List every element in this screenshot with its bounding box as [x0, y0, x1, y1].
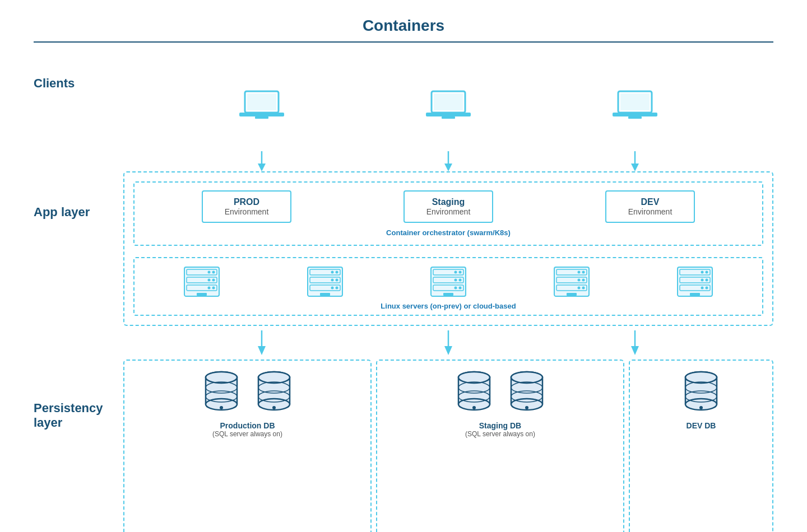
staging-db-row — [454, 370, 546, 414]
arrow-client-2 — [442, 151, 455, 171]
svg-rect-9 — [620, 94, 650, 110]
servers-label: Linux servers (on-prev) or cloud-based — [140, 302, 757, 310]
prod-env-box: PROD Environment — [202, 190, 291, 223]
svg-point-93 — [258, 372, 290, 383]
persistency-label: Persistency layer — [34, 384, 118, 532]
svg-rect-10 — [613, 113, 657, 116]
svg-point-84 — [206, 372, 237, 383]
svg-point-64 — [706, 271, 708, 274]
svg-rect-50 — [443, 293, 453, 296]
clients-label: Clients — [34, 59, 118, 171]
svg-point-65 — [701, 271, 704, 274]
arrows-to-persist — [123, 326, 773, 360]
dev-db-row — [681, 370, 721, 414]
svg-marker-78 — [631, 346, 639, 355]
svg-point-60 — [578, 287, 581, 290]
servers-row — [140, 266, 757, 297]
svg-marker-76 — [444, 346, 452, 355]
arrow-to-dev-db — [628, 330, 642, 355]
arrow-to-staging-db — [442, 330, 455, 355]
svg-rect-39 — [320, 293, 330, 296]
svg-point-31 — [336, 271, 338, 274]
svg-point-26 — [212, 287, 215, 290]
svg-point-46 — [454, 279, 457, 282]
svg-point-32 — [331, 271, 334, 274]
svg-point-24 — [208, 279, 211, 282]
prod-db-icon-1 — [202, 370, 241, 414]
orchestrator-box: PROD Environment Staging Environment DEV… — [133, 181, 763, 246]
svg-point-123 — [699, 406, 703, 409]
svg-point-53 — [582, 271, 585, 274]
svg-rect-5 — [434, 94, 463, 110]
arrow-client-3 — [628, 151, 642, 171]
svg-point-42 — [459, 271, 462, 274]
svg-marker-74 — [258, 346, 266, 355]
svg-point-59 — [582, 287, 585, 290]
svg-point-67 — [706, 279, 708, 282]
persistency-section: Production DB (SQL server always on) — [123, 360, 773, 532]
svg-rect-7 — [442, 116, 455, 119]
svg-point-38 — [331, 287, 334, 290]
svg-point-120 — [685, 372, 717, 383]
prod-db-section: Production DB (SQL server always on) — [123, 360, 372, 532]
clients-section — [123, 59, 773, 171]
server-rack-2 — [305, 266, 345, 297]
svg-rect-3 — [255, 116, 268, 119]
app-layer-label: App layer — [34, 171, 118, 384]
prod-db-row — [202, 370, 294, 414]
arrow-to-prod-db — [255, 330, 268, 355]
svg-rect-72 — [690, 293, 700, 296]
server-rack-4 — [552, 266, 591, 297]
svg-point-37 — [336, 287, 338, 290]
svg-point-105 — [472, 406, 476, 409]
svg-point-34 — [336, 279, 338, 282]
svg-rect-11 — [628, 116, 642, 119]
arrow-client-1 — [255, 151, 268, 171]
svg-point-21 — [208, 271, 211, 274]
svg-point-20 — [212, 271, 215, 274]
staging-db-section: Staging DB (SQL server always on) — [376, 360, 624, 532]
svg-point-87 — [220, 406, 223, 409]
page-title: Containers — [34, 17, 773, 43]
svg-rect-61 — [567, 293, 577, 296]
svg-marker-13 — [258, 164, 266, 171]
svg-rect-1 — [247, 94, 276, 110]
svg-rect-2 — [239, 113, 284, 116]
svg-rect-6 — [426, 113, 471, 116]
staging-env-box: Staging Environment — [404, 190, 493, 223]
dev-db-icon-1 — [681, 370, 721, 414]
app-layer-section: PROD Environment Staging Environment DEV… — [123, 171, 773, 326]
svg-marker-17 — [631, 164, 639, 171]
dev-env-box: DEV Environment — [605, 190, 695, 223]
staging-db-icon-2 — [507, 370, 546, 414]
svg-point-102 — [458, 372, 490, 383]
dev-db-label: DEV DB — [687, 421, 716, 430]
svg-point-71 — [701, 287, 704, 290]
svg-point-43 — [454, 271, 457, 274]
svg-point-27 — [208, 287, 211, 290]
laptop-icon-1 — [239, 88, 284, 122]
svg-point-68 — [701, 279, 704, 282]
dev-db-section: DEV DB — [629, 360, 773, 532]
server-rack-3 — [429, 266, 468, 297]
server-rack-5 — [675, 266, 715, 297]
laptop-icon-3 — [613, 88, 657, 122]
svg-point-54 — [578, 271, 581, 274]
svg-point-57 — [578, 279, 581, 282]
svg-point-45 — [459, 279, 462, 282]
svg-point-111 — [511, 372, 542, 383]
svg-point-49 — [454, 287, 457, 290]
svg-point-114 — [525, 406, 528, 409]
svg-marker-15 — [444, 164, 452, 171]
staging-db-icon-1 — [454, 370, 494, 414]
svg-rect-28 — [197, 293, 207, 296]
server-rack-1 — [182, 266, 221, 297]
servers-box: Linux servers (on-prev) or cloud-based — [133, 257, 763, 316]
svg-point-35 — [331, 279, 334, 282]
svg-point-70 — [706, 287, 708, 290]
prod-db-icon-2 — [254, 370, 294, 414]
svg-point-48 — [459, 287, 462, 290]
prod-db-label: Production DB (SQL server always on) — [212, 421, 282, 438]
laptop-icon-2 — [426, 88, 471, 122]
svg-point-23 — [212, 279, 215, 282]
